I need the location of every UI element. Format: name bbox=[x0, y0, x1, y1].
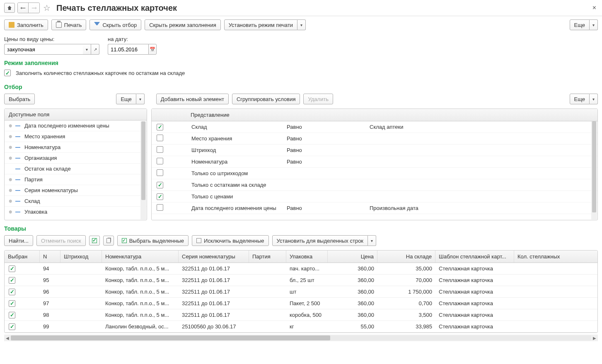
goods-row[interactable]: 99 Ланолин безводный, ос... 25100560 до … bbox=[5, 321, 597, 333]
filter-more-right-button[interactable]: Еще bbox=[570, 94, 590, 104]
expand-icon[interactable]: ⊕ bbox=[8, 210, 13, 214]
expand-icon[interactable]: ⊕ bbox=[8, 145, 13, 149]
exclude-highlighted-button[interactable]: Исключить выделенные bbox=[192, 235, 268, 246]
goods-body[interactable]: 94 Конкор, табл. п.п.о., 5 м... 322511 д… bbox=[5, 263, 597, 333]
filter-more-right-caret[interactable] bbox=[590, 94, 598, 104]
goods-row[interactable]: 97 Конкор, табл. п.п.о., 5 м... 322511 д… bbox=[5, 298, 597, 309]
filter-checkbox[interactable] bbox=[157, 204, 163, 211]
filter-row[interactable]: Только со штрихкодом bbox=[152, 168, 597, 179]
date-picker-button[interactable]: 📅 bbox=[148, 44, 157, 55]
available-field-row[interactable]: ⊕Организация bbox=[5, 153, 147, 164]
filter-group-button[interactable]: Сгруппировать условия bbox=[232, 94, 300, 104]
close-button[interactable]: × bbox=[591, 4, 598, 12]
filter-delete-button[interactable]: Удалить bbox=[303, 94, 333, 104]
available-field-row[interactable]: ⊕Место хранения bbox=[5, 131, 147, 142]
set-print-mode-button[interactable]: Установить режим печати bbox=[224, 19, 297, 30]
filter-row[interactable]: Штрихкод Равно bbox=[152, 145, 597, 156]
set-for-selected-caret[interactable] bbox=[368, 235, 376, 246]
more-button[interactable]: Еще bbox=[570, 19, 590, 30]
filter-more-left-button[interactable]: Еще bbox=[116, 94, 136, 104]
col-ser[interactable]: Серия номенклатуры bbox=[179, 251, 249, 263]
uncheck-all-button[interactable] bbox=[103, 236, 114, 246]
find-button[interactable]: Найти... bbox=[4, 235, 33, 246]
fill-button[interactable]: Заполнить bbox=[4, 19, 48, 30]
filter-row[interactable]: Номенклатура Равно bbox=[152, 156, 597, 168]
col-nom[interactable]: Номенклатура bbox=[102, 251, 179, 263]
filter-scrollbar[interactable] bbox=[591, 121, 597, 219]
col-cnt[interactable]: Кол. стеллажных bbox=[514, 251, 564, 263]
col-bar[interactable]: Штрихкод bbox=[60, 251, 102, 263]
col-tpl[interactable]: Шаблон стеллажной карт... bbox=[435, 251, 514, 263]
filter-select-button[interactable]: Выбрать bbox=[4, 94, 35, 104]
available-field-row[interactable]: ⊕Дата последнего изменения цены bbox=[5, 121, 147, 131]
filter-checkbox[interactable] bbox=[157, 182, 163, 188]
filter-add-button[interactable]: Добавить новый элемент bbox=[156, 94, 229, 104]
hide-filter-button[interactable]: Скрыть отбор bbox=[89, 19, 141, 30]
more-caret[interactable] bbox=[590, 19, 598, 30]
available-field-row[interactable]: ⊕Партия bbox=[5, 174, 147, 185]
price-type-dropdown[interactable] bbox=[83, 44, 91, 55]
col-pack[interactable]: Упаковка bbox=[286, 251, 328, 263]
filter-rows-list[interactable]: Склад Равно Склад аптеки Место хранения … bbox=[152, 121, 597, 220]
home-button[interactable] bbox=[4, 3, 15, 13]
row-checkbox[interactable] bbox=[9, 312, 15, 318]
star-icon[interactable]: ☆ bbox=[42, 3, 51, 12]
available-field-row[interactable]: ⊕Склад bbox=[5, 196, 147, 207]
available-field-row[interactable]: ⊕Серия номенклатуры bbox=[5, 185, 147, 196]
filter-row[interactable]: Место хранения Равно bbox=[152, 133, 597, 145]
col-price[interactable]: Цена bbox=[328, 251, 377, 263]
goods-row[interactable]: 98 Конкор, табл. п.п.о., 5 м... 322511 д… bbox=[5, 309, 597, 321]
row-checkbox[interactable] bbox=[9, 277, 15, 284]
row-checkbox[interactable] bbox=[9, 323, 15, 330]
available-field-row[interactable]: ⊕Номенклатура bbox=[5, 142, 147, 153]
available-field-row[interactable]: Остаток на складе bbox=[5, 164, 147, 174]
available-scrollbar[interactable] bbox=[140, 121, 146, 219]
price-type-open[interactable]: ↗ bbox=[91, 44, 99, 55]
row-checkbox[interactable] bbox=[9, 265, 15, 272]
filter-row[interactable]: Только с ценами bbox=[152, 191, 597, 202]
check-all-button[interactable] bbox=[89, 236, 100, 246]
filter-checkbox[interactable] bbox=[157, 135, 163, 141]
select-highlighted-button[interactable]: Выбрать выделенные bbox=[117, 235, 189, 246]
expand-icon[interactable]: ⊕ bbox=[8, 134, 13, 139]
cell-ser: 322511 до 01.06.17 bbox=[179, 300, 249, 306]
hscroll-left[interactable]: ◀ bbox=[4, 336, 11, 340]
expand-icon[interactable]: ⊕ bbox=[8, 156, 13, 160]
fill-mode-checkbox[interactable] bbox=[4, 70, 11, 76]
expand-icon[interactable]: ⊕ bbox=[8, 177, 13, 182]
filter-row[interactable]: Дата последнего изменения цены Равно Про… bbox=[152, 202, 597, 214]
available-field-row[interactable]: ⊕Упаковка bbox=[5, 207, 147, 217]
goods-row[interactable]: 96 Конкор, табл. п.п.о., 5 м... 322511 д… bbox=[5, 286, 597, 298]
filter-checkbox[interactable] bbox=[157, 124, 163, 130]
row-checkbox[interactable] bbox=[9, 289, 15, 295]
set-for-selected-button[interactable]: Установить для выделенных строк bbox=[272, 235, 368, 246]
expand-icon[interactable]: ⊕ bbox=[8, 123, 13, 128]
cancel-search-button[interactable]: Отменить поиск bbox=[36, 235, 86, 246]
goods-row[interactable]: 95 Конкор, табл. п.п.о., 5 м... 322511 д… bbox=[5, 275, 597, 286]
hscroll-right[interactable]: ▶ bbox=[591, 336, 598, 340]
hide-fill-mode-button[interactable]: Скрыть режим заполнения bbox=[145, 19, 220, 30]
row-checkbox[interactable] bbox=[9, 300, 15, 307]
print-button[interactable]: Печать bbox=[51, 19, 87, 30]
col-stock[interactable]: На складе bbox=[377, 251, 435, 263]
expand-icon[interactable]: ⊕ bbox=[8, 188, 13, 193]
filter-row[interactable]: Склад Равно Склад аптеки bbox=[152, 121, 597, 133]
col-par[interactable]: Партия bbox=[249, 251, 286, 263]
filter-checkbox[interactable] bbox=[157, 158, 163, 164]
goods-row[interactable]: 94 Конкор, табл. п.п.о., 5 м... 322511 д… bbox=[5, 263, 597, 275]
date-input[interactable] bbox=[108, 44, 148, 55]
col-n[interactable]: N bbox=[40, 251, 60, 263]
expand-icon[interactable]: ⊕ bbox=[8, 199, 13, 203]
set-print-mode-caret[interactable] bbox=[297, 19, 306, 30]
available-fields-list[interactable]: ⊕Дата последнего изменения цены⊕Место хр… bbox=[5, 121, 147, 219]
col-sel[interactable]: Выбран bbox=[5, 251, 40, 263]
filter-checkbox[interactable] bbox=[157, 169, 163, 176]
filter-row[interactable]: Только с остатками на складе bbox=[152, 179, 597, 191]
back-button[interactable]: 🡐 bbox=[18, 3, 29, 13]
price-type-input[interactable] bbox=[4, 44, 83, 55]
filter-checkbox[interactable] bbox=[157, 193, 163, 200]
filter-more-left-caret[interactable] bbox=[136, 94, 145, 104]
forward-button[interactable]: 🡒 bbox=[29, 3, 39, 13]
goods-hscroll[interactable]: ◀ ▶ bbox=[4, 335, 598, 341]
filter-checkbox[interactable] bbox=[157, 146, 163, 153]
